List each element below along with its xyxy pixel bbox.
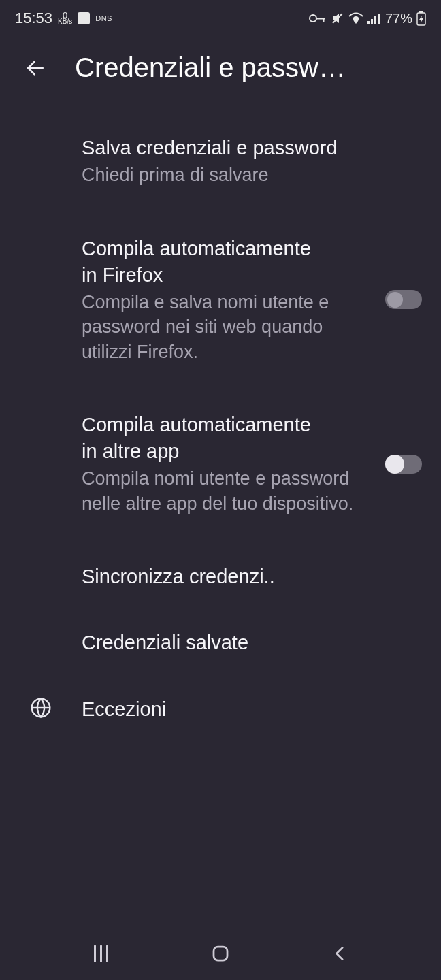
autofill-firefox-subtitle: Compila e salva nomi utente e password n… (82, 290, 368, 364)
status-bar: 15:53 0 KB/s DNS 77% (0, 0, 441, 37)
battery-icon (416, 11, 426, 26)
status-time: 15:53 (15, 10, 52, 27)
wifi-icon (348, 12, 363, 24)
svg-point-0 (310, 15, 316, 22)
network-speed: 0 KB/s (58, 12, 72, 24)
page-header: Credenziali e passw… (0, 37, 441, 99)
svg-rect-6 (374, 16, 376, 24)
svg-rect-14 (214, 947, 227, 960)
autofill-firefox-title: Compila automaticamente in Firefox (82, 235, 327, 289)
svg-rect-4 (368, 21, 370, 24)
autofill-other-title: Compila automaticamente in altre app (82, 412, 327, 465)
autofill-other-apps-row[interactable]: Compila automaticamente in altre app Com… (0, 379, 441, 531)
signal-icon (368, 13, 381, 24)
autofill-other-subtitle: Compila nomi utente e password nelle alt… (82, 466, 368, 516)
back-button[interactable] (24, 57, 46, 79)
save-credentials-subtitle: Chiedi prima di salvare (82, 163, 422, 187)
save-credentials-row[interactable]: Salva credenziali e password Chiedi prim… (0, 120, 441, 203)
svg-rect-7 (378, 14, 380, 24)
saved-credentials-title: Credenziali salvate (82, 630, 422, 656)
status-right: 77% (309, 11, 426, 27)
dns-indicator: DNS (95, 14, 112, 22)
exceptions-row[interactable]: Eccezioni (0, 672, 441, 738)
globe-icon (30, 697, 52, 721)
svg-marker-10 (419, 16, 423, 23)
settings-list: Salva credenziali e password Chiedi prim… (0, 99, 441, 738)
svg-rect-2 (323, 18, 325, 22)
autofill-firefox-toggle[interactable] (385, 290, 422, 309)
back-nav-button[interactable] (327, 941, 353, 966)
sync-credentials-row[interactable]: Sincronizza credenzi.. (0, 531, 441, 605)
vpn-key-icon (309, 14, 327, 23)
home-button[interactable] (208, 941, 233, 966)
recents-button[interactable] (88, 941, 114, 966)
page-title: Credenziali e passw… (75, 52, 346, 83)
status-left: 15:53 0 KB/s DNS (15, 10, 112, 27)
svg-rect-9 (419, 11, 423, 13)
save-credentials-title: Salva credenziali e password (82, 135, 422, 161)
autofill-firefox-row[interactable]: Compila automaticamente in Firefox Compi… (0, 203, 441, 380)
saved-credentials-row[interactable]: Credenziali salvate (0, 605, 441, 671)
exceptions-title: Eccezioni (82, 696, 422, 723)
navigation-bar (0, 927, 441, 980)
svg-rect-5 (371, 19, 373, 24)
autofill-other-toggle[interactable] (385, 455, 422, 474)
picture-icon (78, 12, 90, 24)
mute-icon (331, 12, 344, 25)
sync-credentials-title: Sincronizza credenzi.. (82, 564, 422, 590)
battery-percentage: 77% (385, 11, 412, 27)
recents-icon (94, 945, 108, 962)
